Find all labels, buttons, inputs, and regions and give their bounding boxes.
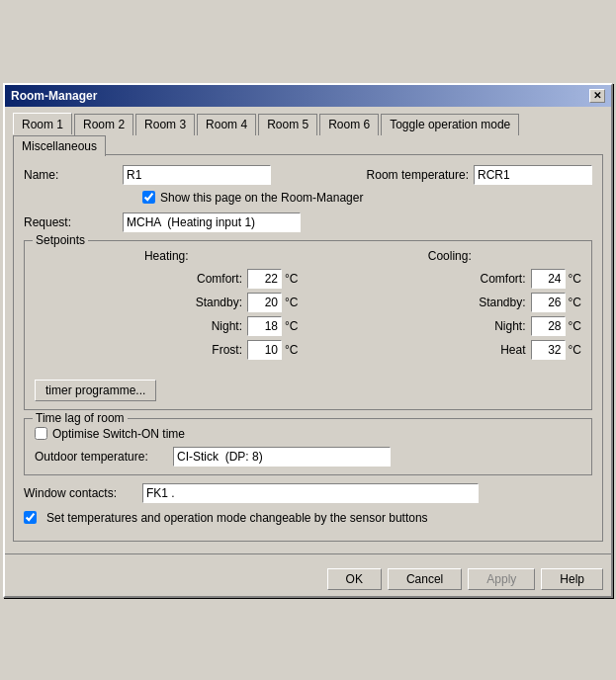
heating-column: Heating: Comfort: °C Standby: °C Ni bbox=[35, 249, 299, 364]
heating-standby-row: Standby: °C bbox=[35, 293, 299, 312]
room-temp-input[interactable] bbox=[474, 165, 592, 185]
cooling-header: Cooling: bbox=[318, 249, 582, 263]
heating-standby-label: Standby: bbox=[193, 296, 247, 309]
tab-room2[interactable]: Room 2 bbox=[74, 114, 133, 135]
cooling-night-input[interactable] bbox=[531, 316, 566, 336]
window-title: Room-Manager bbox=[11, 89, 97, 103]
heating-frost-label: Frost: bbox=[193, 343, 247, 357]
request-row: Request: bbox=[24, 212, 592, 232]
heating-comfort-input[interactable] bbox=[247, 269, 282, 289]
cooling-comfort-unit: °C bbox=[569, 272, 581, 286]
name-input[interactable] bbox=[123, 165, 271, 185]
cooling-heat-label: Heat bbox=[477, 343, 531, 357]
setpoints-group: Setpoints Heating: Comfort: °C Standby: bbox=[24, 240, 592, 410]
cooling-heat-row: Heat °C bbox=[318, 340, 582, 360]
tab-panel-room1: Name: Room temperature: Show this page o… bbox=[13, 154, 603, 542]
heating-night-input[interactable] bbox=[247, 316, 282, 336]
request-input[interactable] bbox=[123, 212, 301, 232]
room-temp-label: Room temperature: bbox=[367, 168, 469, 182]
cooling-column: Cooling: Comfort: °C Standby: °C Ni bbox=[318, 249, 582, 364]
cooling-standby-label: Standby: bbox=[477, 296, 531, 309]
show-page-checkbox[interactable] bbox=[142, 191, 155, 204]
optimise-checkbox[interactable] bbox=[35, 427, 47, 440]
help-button[interactable]: Help bbox=[541, 568, 603, 590]
tab-room1[interactable]: Room 1 bbox=[13, 113, 72, 134]
outdoor-label: Outdoor temperature: bbox=[35, 450, 173, 464]
tab-room6[interactable]: Room 6 bbox=[319, 114, 379, 135]
button-row: OK Cancel Apply Help bbox=[5, 560, 611, 596]
outdoor-input[interactable] bbox=[173, 447, 391, 467]
cooling-comfort-label: Comfort: bbox=[477, 272, 531, 286]
time-lag-group: Time lag of room Optimise Switch-ON time… bbox=[24, 418, 592, 475]
ok-button[interactable]: OK bbox=[327, 568, 382, 590]
tab-toggle-operation[interactable]: Toggle operation mode bbox=[381, 114, 519, 135]
bottom-checkbox-row: Set temperatures and operation mode chan… bbox=[24, 511, 592, 525]
heating-frost-input[interactable] bbox=[247, 340, 282, 360]
tab-room3[interactable]: Room 3 bbox=[135, 114, 195, 135]
cooling-heat-unit: °C bbox=[569, 343, 581, 357]
set-temps-label: Set temperatures and operation mode chan… bbox=[46, 511, 428, 525]
name-label: Name: bbox=[24, 168, 123, 182]
heating-night-unit: °C bbox=[285, 319, 298, 333]
show-page-row: Show this page on the Room-Manager bbox=[142, 191, 592, 205]
heating-standby-input[interactable] bbox=[247, 293, 282, 312]
cooling-heat-input[interactable] bbox=[531, 340, 566, 360]
tab-room4[interactable]: Room 4 bbox=[197, 114, 256, 135]
tab-bar: Room 1 Room 2 Room 3 Room 4 Room 5 Room … bbox=[13, 113, 603, 155]
cooling-standby-unit: °C bbox=[569, 296, 581, 309]
room-manager-window: Room-Manager ✕ Room 1 Room 2 Room 3 Room… bbox=[3, 83, 613, 598]
window-contacts-label: Window contacts: bbox=[24, 486, 142, 500]
setpoints-title: Setpoints bbox=[33, 233, 88, 247]
cooling-night-unit: °C bbox=[569, 319, 581, 333]
window-contacts-input[interactable] bbox=[142, 483, 479, 503]
heating-night-row: Night: °C bbox=[35, 316, 299, 336]
cooling-night-row: Night: °C bbox=[318, 316, 582, 336]
cooling-comfort-row: Comfort: °C bbox=[318, 269, 582, 289]
heating-comfort-label: Comfort: bbox=[193, 272, 247, 286]
heating-frost-row: Frost: °C bbox=[35, 340, 299, 360]
heating-standby-unit: °C bbox=[285, 296, 298, 309]
timer-btn-container: timer programme... bbox=[35, 372, 581, 401]
heating-header: Heating: bbox=[35, 249, 299, 263]
cooling-standby-input[interactable] bbox=[531, 293, 566, 312]
set-temps-checkbox[interactable] bbox=[24, 511, 37, 524]
cooling-standby-row: Standby: °C bbox=[318, 293, 582, 312]
outdoor-row: Outdoor temperature: bbox=[35, 447, 581, 467]
cancel-button[interactable]: Cancel bbox=[388, 568, 462, 590]
show-page-label: Show this page on the Room-Manager bbox=[160, 191, 363, 205]
title-bar: Room-Manager ✕ bbox=[5, 85, 611, 107]
heating-frost-unit: °C bbox=[285, 343, 298, 357]
time-lag-title: Time lag of room bbox=[33, 411, 128, 425]
window-contacts-row: Window contacts: bbox=[24, 483, 592, 503]
heating-night-label: Night: bbox=[193, 319, 247, 333]
heating-comfort-unit: °C bbox=[285, 272, 298, 286]
window-content: Room 1 Room 2 Room 3 Room 4 Room 5 Room … bbox=[5, 107, 611, 548]
heating-comfort-row: Comfort: °C bbox=[35, 269, 299, 289]
tab-room5[interactable]: Room 5 bbox=[258, 114, 317, 135]
tab-miscellaneous[interactable]: Miscellaneous bbox=[13, 135, 106, 156]
request-label: Request: bbox=[24, 215, 123, 229]
close-button[interactable]: ✕ bbox=[589, 89, 605, 103]
optimise-label: Optimise Switch-ON time bbox=[52, 427, 185, 441]
separator bbox=[5, 553, 611, 554]
cooling-comfort-input[interactable] bbox=[531, 269, 566, 289]
optimise-row: Optimise Switch-ON time bbox=[35, 427, 581, 441]
cooling-night-label: Night: bbox=[477, 319, 531, 333]
setpoints-content: Heating: Comfort: °C Standby: °C Ni bbox=[35, 249, 581, 364]
apply-button[interactable]: Apply bbox=[468, 568, 535, 590]
name-row: Name: Room temperature: bbox=[24, 165, 592, 185]
timer-programme-button[interactable]: timer programme... bbox=[35, 380, 156, 401]
